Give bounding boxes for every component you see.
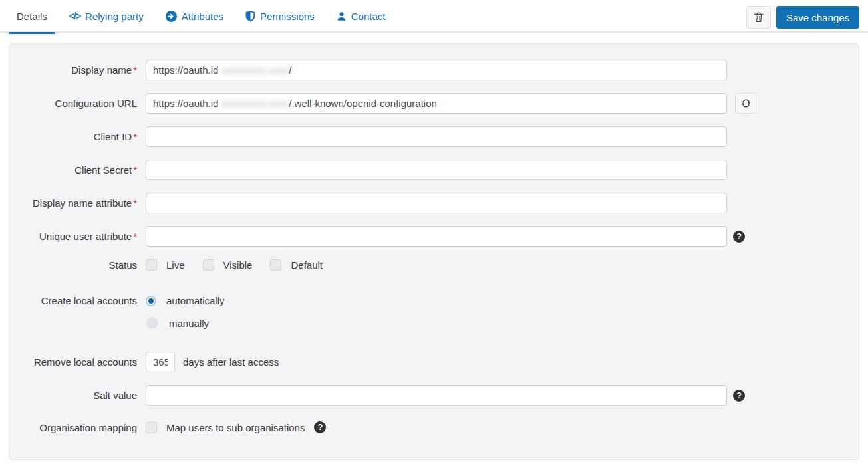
live-checkbox-label: Live [166,259,185,271]
status-visible-option: Visible [203,259,253,271]
status-live-option: Live [146,259,185,271]
configuration-url-input[interactable]: https://oauth.id xxxxxxxxx.xxxx/.well-kn… [146,93,727,114]
remove-local-accounts-suffix: days after last access [183,356,279,368]
manually-radio[interactable] [146,317,158,329]
tab-bar: Details </> Relying party Attributes Per… [0,0,868,33]
required-marker: * [133,197,137,209]
salt-value-input[interactable] [146,385,727,406]
delete-button[interactable] [746,6,771,29]
tab-list: Details </> Relying party Attributes Per… [9,0,399,33]
organisation-mapping-label: Organisation mapping [20,422,137,433]
trash-icon [754,12,764,23]
tab-relying-party[interactable]: </> Relying party [61,0,152,34]
required-marker: * [133,231,137,242]
status-label: Status [20,259,137,271]
details-form-panel: Display name* https://oauth.id xxxxxxxxx… [9,43,859,460]
salt-value-label: Salt value [20,390,137,401]
automatically-radio[interactable] [147,297,155,305]
organisation-mapping-option: Map users to sub organisations ? [146,421,326,433]
required-marker: * [133,164,137,176]
manually-radio-label: manually [169,318,209,329]
display-name-attribute-row: Display name attribute* [20,193,848,213]
status-row: Status Live Visible Default [20,259,848,271]
create-local-accounts-row-2: manually [20,316,848,330]
redacted-text: xxxxxxxxx.xxxx [221,98,289,109]
redacted-text: xxxxxxxxx.xxxx [221,64,289,76]
help-icon[interactable]: ? [733,231,745,243]
default-checkbox-label: Default [291,259,323,271]
visible-checkbox-label: Visible [223,259,253,271]
create-local-accounts-label: Create local accounts [20,295,137,306]
automatically-option: automatically [146,295,225,306]
header-actions: Save changes [746,0,859,29]
unique-user-attribute-label: Unique user attribute* [20,231,137,242]
required-marker: * [133,131,137,142]
refresh-configuration-button[interactable] [735,93,756,114]
unique-user-attribute-row: Unique user attribute* ? [20,226,848,247]
display-name-attribute-label: Display name attribute* [20,197,137,209]
tab-details-label: Details [17,11,47,22]
tab-attributes-label: Attributes [182,11,223,22]
remove-local-accounts-label: Remove local accounts [20,356,137,368]
tab-permissions[interactable]: Permissions [237,0,323,34]
remove-local-accounts-days-input[interactable] [146,352,175,372]
help-icon[interactable]: ? [733,390,745,402]
visible-checkbox[interactable] [203,259,214,271]
tab-contact-label: Contact [351,11,386,22]
map-users-checkbox[interactable] [146,422,157,433]
display-name-row: Display name* https://oauth.id xxxxxxxxx… [20,60,848,80]
salt-value-row: Salt value ? [20,385,848,406]
display-name-input[interactable]: https://oauth.id xxxxxxxxx.xxxx/ [146,60,727,80]
tab-attributes[interactable]: Attributes [158,0,231,34]
tab-contact[interactable]: Contact [329,0,394,34]
tab-relying-party-label: Relying party [85,11,144,22]
refresh-icon [741,98,751,108]
default-checkbox[interactable] [270,259,281,271]
status-default-option: Default [270,259,323,271]
organisation-mapping-row: Organisation mapping Map users to sub or… [20,421,848,433]
client-secret-label: Client Secret* [20,164,137,176]
client-id-row: Client ID* [20,126,848,147]
client-id-input[interactable] [146,126,727,147]
client-id-label: Client ID* [20,131,137,142]
arrow-circle-right-icon [166,11,177,22]
display-name-attribute-input[interactable] [146,193,727,213]
display-name-label: Display name* [20,64,137,76]
save-changes-button[interactable]: Save changes [776,6,859,29]
code-icon: </> [69,11,80,21]
configuration-url-label: Configuration URL [20,98,137,109]
user-icon [337,11,347,21]
create-local-accounts-row: Create local accounts automatically [20,295,848,306]
live-checkbox[interactable] [146,259,157,271]
unique-user-attribute-input[interactable] [146,226,727,247]
client-secret-row: Client Secret* [20,160,848,180]
automatically-radio-label: automatically [166,295,225,306]
tab-permissions-label: Permissions [260,11,315,22]
configuration-url-row: Configuration URL https://oauth.id xxxxx… [20,93,848,114]
map-users-checkbox-label: Map users to sub organisations [166,422,305,433]
required-marker: * [133,64,137,76]
tab-details[interactable]: Details [9,0,55,34]
client-secret-input[interactable] [146,160,727,180]
shield-icon [245,11,255,22]
remove-local-accounts-row: Remove local accounts days after last ac… [20,352,848,372]
manually-option: manually [146,316,209,330]
help-icon[interactable]: ? [314,421,326,433]
